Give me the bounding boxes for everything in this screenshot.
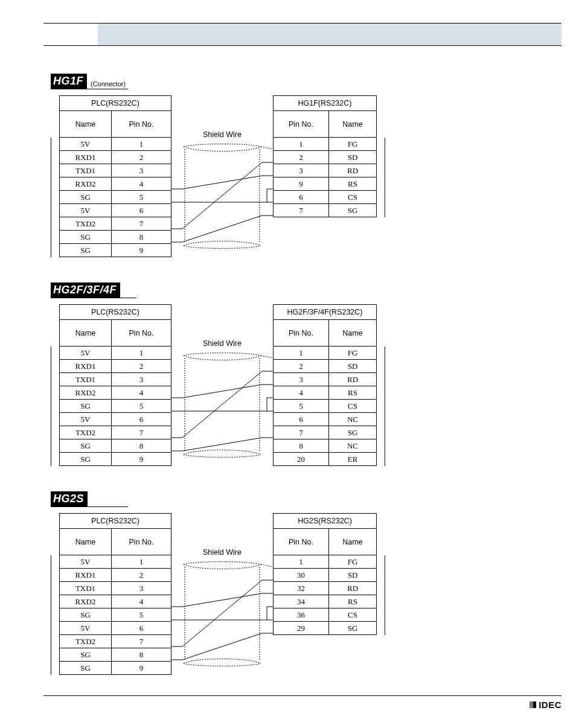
col-pin: Pin No. bbox=[112, 111, 171, 138]
pin-name: RD bbox=[329, 373, 377, 386]
pin-name: SG bbox=[329, 622, 377, 635]
table-row: 2SD bbox=[274, 360, 385, 373]
table-row: RXD24 bbox=[51, 386, 171, 400]
pin-name: CS bbox=[329, 608, 377, 622]
top-header-bar bbox=[43, 23, 562, 46]
pin-no: 34 bbox=[274, 595, 329, 608]
pin-no: 6 bbox=[274, 191, 329, 204]
model-badge: HG1F bbox=[51, 74, 87, 89]
table-row: 7SG bbox=[274, 204, 385, 217]
pin-no: 4 bbox=[274, 386, 329, 400]
table-row: TXD27 bbox=[51, 426, 171, 439]
pin-no: 9 bbox=[112, 662, 171, 675]
col-pin: Pin No. bbox=[112, 320, 171, 346]
pin-name: SG bbox=[60, 453, 112, 466]
wire-column: Shield Wire bbox=[171, 304, 273, 466]
pin-no: 5 bbox=[112, 191, 171, 204]
pin-name: RXD2 bbox=[60, 386, 112, 400]
table-row: SG8 bbox=[51, 648, 171, 662]
col-name: Name bbox=[329, 111, 377, 138]
wire-column: Shield Wire bbox=[171, 95, 273, 257]
svg-line-9 bbox=[182, 162, 262, 229]
table-row: 5V1 bbox=[51, 346, 171, 360]
section-header: HG2F/3F/4F bbox=[51, 283, 136, 298]
pin-name: SG bbox=[60, 439, 112, 453]
pin-no: 2 bbox=[112, 360, 171, 373]
wiring-diagram bbox=[171, 351, 273, 478]
pin-name: NC bbox=[329, 413, 377, 426]
pin-no: 8 bbox=[112, 439, 171, 453]
table-row: 7SG bbox=[274, 426, 385, 439]
table-row: 8NC bbox=[274, 439, 385, 453]
right-pin-table: HG2S(RS232C)Pin No.Name1FG30SD32RD34RS36… bbox=[273, 513, 385, 635]
page-footer: IDEC bbox=[43, 695, 562, 710]
wiring-diagram bbox=[171, 142, 273, 269]
right-device-header: HG2F/3F/4F(RS232C) bbox=[274, 305, 377, 320]
table-row: RXD12 bbox=[51, 360, 171, 373]
table-row: 5CS bbox=[274, 400, 385, 413]
table-row: RXD12 bbox=[51, 151, 171, 164]
pin-name: ER bbox=[329, 453, 377, 466]
pin-name: RXD2 bbox=[60, 595, 112, 608]
table-row: TXD13 bbox=[51, 164, 171, 177]
pin-no: 2 bbox=[112, 569, 171, 582]
svg-line-30 bbox=[261, 564, 273, 567]
svg-line-11 bbox=[182, 216, 262, 242]
table-row: 34RS bbox=[274, 595, 385, 608]
svg-line-20 bbox=[182, 385, 262, 398]
pin-name: RXD1 bbox=[60, 569, 112, 582]
table-row: 29SG bbox=[274, 622, 385, 635]
pin-name: 5V bbox=[60, 413, 112, 426]
svg-line-41 bbox=[182, 633, 262, 660]
pin-name: 5V bbox=[60, 346, 112, 360]
svg-line-39 bbox=[182, 580, 262, 647]
pin-no: 1 bbox=[274, 346, 329, 360]
pin-name: RS bbox=[329, 386, 377, 400]
table-row: SG5 bbox=[51, 608, 171, 622]
table-row: SG9 bbox=[51, 453, 171, 466]
pin-no: 7 bbox=[274, 204, 329, 217]
left-device-header: PLC(RS232C) bbox=[60, 96, 171, 111]
shield-wire-label: Shield Wire bbox=[171, 548, 273, 557]
table-row: TXD13 bbox=[51, 582, 171, 595]
col-name: Name bbox=[60, 529, 112, 555]
table-row: SG8 bbox=[51, 439, 171, 453]
model-badge: HG2S bbox=[51, 491, 88, 506]
table-row: 5V6 bbox=[51, 622, 171, 635]
right-pin-table: HG2F/3F/4F(RS232C)Pin No.Name1FG2SD3RD4R… bbox=[273, 304, 385, 466]
model-badge: HG2F/3F/4F bbox=[51, 283, 120, 298]
table-row: 3RD bbox=[274, 373, 385, 386]
pin-no: 4 bbox=[112, 386, 171, 400]
pin-no: 7 bbox=[112, 426, 171, 439]
table-row: TXD13 bbox=[51, 373, 171, 386]
pin-name: 5V bbox=[60, 204, 112, 217]
table-row: 3RD bbox=[274, 164, 385, 177]
table-row: 36CS bbox=[274, 608, 385, 622]
table-row: 6CS bbox=[274, 191, 385, 204]
table-row: 1FG bbox=[274, 555, 385, 569]
pin-no: 30 bbox=[274, 569, 329, 582]
pin-name: SG bbox=[60, 662, 112, 675]
right-pin-table: HG1F(RS232C)Pin No.Name1FG2SD3RD9RS6CS7S… bbox=[273, 95, 385, 217]
wiring-row: PLC(RS232C)NamePin No.5V1RXD12TXD13RXD24… bbox=[51, 304, 562, 466]
pin-no: 6 bbox=[112, 204, 171, 217]
table-row: 30SD bbox=[274, 569, 385, 582]
wiring-row: PLC(RS232C)NamePin No.5V1RXD12TXD13RXD24… bbox=[51, 513, 562, 675]
section-hg234f: HG2F/3F/4F PLC(RS232C)NamePin No.5V1RXD1… bbox=[51, 283, 562, 466]
pin-name: SD bbox=[329, 360, 377, 373]
table-row: SG8 bbox=[51, 231, 171, 244]
table-row: RXD24 bbox=[51, 595, 171, 608]
table-row: 20ER bbox=[274, 453, 385, 466]
table-row: 1FG bbox=[274, 346, 385, 360]
table-row: SG5 bbox=[51, 191, 171, 204]
wire-column: Shield Wire bbox=[171, 513, 273, 675]
page-frame: HG1F (Connector) PLC(RS232C)NamePin No.5… bbox=[43, 23, 562, 699]
pin-no: 5 bbox=[112, 400, 171, 413]
table-row: 1FG bbox=[274, 138, 385, 151]
left-pin-table: PLC(RS232C)NamePin No.5V1RXD12TXD13RXD24… bbox=[51, 513, 171, 675]
brand-square-icon bbox=[530, 701, 536, 708]
table-row: 2SD bbox=[274, 151, 385, 164]
table-row: SG9 bbox=[51, 244, 171, 257]
pin-no: 29 bbox=[274, 622, 329, 635]
pin-no: 7 bbox=[274, 426, 329, 439]
